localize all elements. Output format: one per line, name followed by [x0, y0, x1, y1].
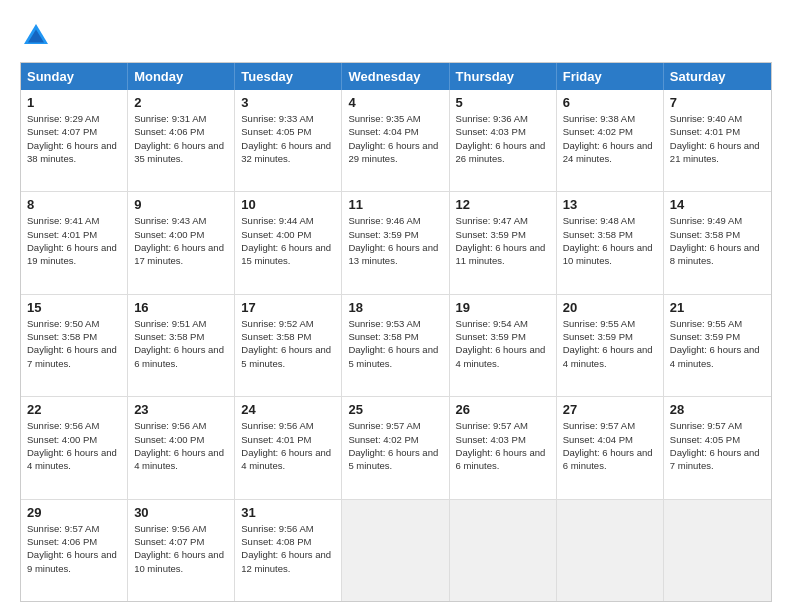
- day-cell-29: 29Sunrise: 9:57 AM Sunset: 4:06 PM Dayli…: [21, 500, 128, 601]
- day-cell-1: 1Sunrise: 9:29 AM Sunset: 4:07 PM Daylig…: [21, 90, 128, 191]
- day-cell-10: 10Sunrise: 9:44 AM Sunset: 4:00 PM Dayli…: [235, 192, 342, 293]
- empty-cell: [342, 500, 449, 601]
- day-info: Sunrise: 9:55 AM Sunset: 3:59 PM Dayligh…: [670, 317, 765, 370]
- day-cell-14: 14Sunrise: 9:49 AM Sunset: 3:58 PM Dayli…: [664, 192, 771, 293]
- day-number: 21: [670, 300, 765, 315]
- day-cell-9: 9Sunrise: 9:43 AM Sunset: 4:00 PM Daylig…: [128, 192, 235, 293]
- day-cell-24: 24Sunrise: 9:56 AM Sunset: 4:01 PM Dayli…: [235, 397, 342, 498]
- header-day-thursday: Thursday: [450, 63, 557, 90]
- day-number: 7: [670, 95, 765, 110]
- day-number: 28: [670, 402, 765, 417]
- day-info: Sunrise: 9:49 AM Sunset: 3:58 PM Dayligh…: [670, 214, 765, 267]
- day-number: 11: [348, 197, 442, 212]
- day-info: Sunrise: 9:33 AM Sunset: 4:05 PM Dayligh…: [241, 112, 335, 165]
- day-number: 20: [563, 300, 657, 315]
- day-number: 18: [348, 300, 442, 315]
- day-cell-19: 19Sunrise: 9:54 AM Sunset: 3:59 PM Dayli…: [450, 295, 557, 396]
- day-cell-12: 12Sunrise: 9:47 AM Sunset: 3:59 PM Dayli…: [450, 192, 557, 293]
- day-info: Sunrise: 9:55 AM Sunset: 3:59 PM Dayligh…: [563, 317, 657, 370]
- day-cell-11: 11Sunrise: 9:46 AM Sunset: 3:59 PM Dayli…: [342, 192, 449, 293]
- day-info: Sunrise: 9:47 AM Sunset: 3:59 PM Dayligh…: [456, 214, 550, 267]
- day-info: Sunrise: 9:46 AM Sunset: 3:59 PM Dayligh…: [348, 214, 442, 267]
- day-number: 9: [134, 197, 228, 212]
- day-cell-5: 5Sunrise: 9:36 AM Sunset: 4:03 PM Daylig…: [450, 90, 557, 191]
- day-info: Sunrise: 9:54 AM Sunset: 3:59 PM Dayligh…: [456, 317, 550, 370]
- day-number: 27: [563, 402, 657, 417]
- header: [20, 20, 772, 52]
- day-number: 3: [241, 95, 335, 110]
- header-day-saturday: Saturday: [664, 63, 771, 90]
- day-info: Sunrise: 9:50 AM Sunset: 3:58 PM Dayligh…: [27, 317, 121, 370]
- day-info: Sunrise: 9:57 AM Sunset: 4:02 PM Dayligh…: [348, 419, 442, 472]
- day-number: 17: [241, 300, 335, 315]
- day-info: Sunrise: 9:36 AM Sunset: 4:03 PM Dayligh…: [456, 112, 550, 165]
- day-number: 1: [27, 95, 121, 110]
- day-number: 29: [27, 505, 121, 520]
- day-number: 26: [456, 402, 550, 417]
- day-number: 13: [563, 197, 657, 212]
- day-info: Sunrise: 9:57 AM Sunset: 4:05 PM Dayligh…: [670, 419, 765, 472]
- day-cell-16: 16Sunrise: 9:51 AM Sunset: 3:58 PM Dayli…: [128, 295, 235, 396]
- day-info: Sunrise: 9:31 AM Sunset: 4:06 PM Dayligh…: [134, 112, 228, 165]
- day-cell-23: 23Sunrise: 9:56 AM Sunset: 4:00 PM Dayli…: [128, 397, 235, 498]
- day-info: Sunrise: 9:53 AM Sunset: 3:58 PM Dayligh…: [348, 317, 442, 370]
- day-number: 6: [563, 95, 657, 110]
- day-cell-17: 17Sunrise: 9:52 AM Sunset: 3:58 PM Dayli…: [235, 295, 342, 396]
- day-number: 19: [456, 300, 550, 315]
- day-info: Sunrise: 9:51 AM Sunset: 3:58 PM Dayligh…: [134, 317, 228, 370]
- day-info: Sunrise: 9:48 AM Sunset: 3:58 PM Dayligh…: [563, 214, 657, 267]
- day-cell-25: 25Sunrise: 9:57 AM Sunset: 4:02 PM Dayli…: [342, 397, 449, 498]
- day-info: Sunrise: 9:56 AM Sunset: 4:07 PM Dayligh…: [134, 522, 228, 575]
- week-row-2: 8Sunrise: 9:41 AM Sunset: 4:01 PM Daylig…: [21, 191, 771, 293]
- calendar-body: 1Sunrise: 9:29 AM Sunset: 4:07 PM Daylig…: [21, 90, 771, 601]
- day-number: 8: [27, 197, 121, 212]
- day-info: Sunrise: 9:29 AM Sunset: 4:07 PM Dayligh…: [27, 112, 121, 165]
- week-row-1: 1Sunrise: 9:29 AM Sunset: 4:07 PM Daylig…: [21, 90, 771, 191]
- day-cell-22: 22Sunrise: 9:56 AM Sunset: 4:00 PM Dayli…: [21, 397, 128, 498]
- header-day-tuesday: Tuesday: [235, 63, 342, 90]
- day-cell-28: 28Sunrise: 9:57 AM Sunset: 4:05 PM Dayli…: [664, 397, 771, 498]
- day-cell-8: 8Sunrise: 9:41 AM Sunset: 4:01 PM Daylig…: [21, 192, 128, 293]
- day-info: Sunrise: 9:57 AM Sunset: 4:04 PM Dayligh…: [563, 419, 657, 472]
- day-number: 22: [27, 402, 121, 417]
- day-info: Sunrise: 9:56 AM Sunset: 4:01 PM Dayligh…: [241, 419, 335, 472]
- day-number: 14: [670, 197, 765, 212]
- day-info: Sunrise: 9:56 AM Sunset: 4:00 PM Dayligh…: [27, 419, 121, 472]
- week-row-4: 22Sunrise: 9:56 AM Sunset: 4:00 PM Dayli…: [21, 396, 771, 498]
- day-number: 23: [134, 402, 228, 417]
- day-cell-6: 6Sunrise: 9:38 AM Sunset: 4:02 PM Daylig…: [557, 90, 664, 191]
- day-number: 12: [456, 197, 550, 212]
- day-cell-21: 21Sunrise: 9:55 AM Sunset: 3:59 PM Dayli…: [664, 295, 771, 396]
- day-cell-13: 13Sunrise: 9:48 AM Sunset: 3:58 PM Dayli…: [557, 192, 664, 293]
- day-number: 31: [241, 505, 335, 520]
- calendar-header: SundayMondayTuesdayWednesdayThursdayFrid…: [21, 63, 771, 90]
- week-row-3: 15Sunrise: 9:50 AM Sunset: 3:58 PM Dayli…: [21, 294, 771, 396]
- header-day-friday: Friday: [557, 63, 664, 90]
- day-cell-15: 15Sunrise: 9:50 AM Sunset: 3:58 PM Dayli…: [21, 295, 128, 396]
- day-number: 10: [241, 197, 335, 212]
- empty-cell: [450, 500, 557, 601]
- day-number: 5: [456, 95, 550, 110]
- day-cell-20: 20Sunrise: 9:55 AM Sunset: 3:59 PM Dayli…: [557, 295, 664, 396]
- day-cell-4: 4Sunrise: 9:35 AM Sunset: 4:04 PM Daylig…: [342, 90, 449, 191]
- logo: [20, 20, 56, 52]
- day-cell-18: 18Sunrise: 9:53 AM Sunset: 3:58 PM Dayli…: [342, 295, 449, 396]
- logo-icon: [20, 20, 52, 52]
- day-info: Sunrise: 9:41 AM Sunset: 4:01 PM Dayligh…: [27, 214, 121, 267]
- day-number: 25: [348, 402, 442, 417]
- day-info: Sunrise: 9:44 AM Sunset: 4:00 PM Dayligh…: [241, 214, 335, 267]
- day-number: 24: [241, 402, 335, 417]
- day-info: Sunrise: 9:35 AM Sunset: 4:04 PM Dayligh…: [348, 112, 442, 165]
- calendar: SundayMondayTuesdayWednesdayThursdayFrid…: [20, 62, 772, 602]
- week-row-5: 29Sunrise: 9:57 AM Sunset: 4:06 PM Dayli…: [21, 499, 771, 601]
- day-info: Sunrise: 9:52 AM Sunset: 3:58 PM Dayligh…: [241, 317, 335, 370]
- day-cell-31: 31Sunrise: 9:56 AM Sunset: 4:08 PM Dayli…: [235, 500, 342, 601]
- day-info: Sunrise: 9:40 AM Sunset: 4:01 PM Dayligh…: [670, 112, 765, 165]
- empty-cell: [664, 500, 771, 601]
- day-cell-26: 26Sunrise: 9:57 AM Sunset: 4:03 PM Dayli…: [450, 397, 557, 498]
- day-cell-30: 30Sunrise: 9:56 AM Sunset: 4:07 PM Dayli…: [128, 500, 235, 601]
- day-number: 15: [27, 300, 121, 315]
- day-info: Sunrise: 9:56 AM Sunset: 4:00 PM Dayligh…: [134, 419, 228, 472]
- day-info: Sunrise: 9:43 AM Sunset: 4:00 PM Dayligh…: [134, 214, 228, 267]
- day-cell-3: 3Sunrise: 9:33 AM Sunset: 4:05 PM Daylig…: [235, 90, 342, 191]
